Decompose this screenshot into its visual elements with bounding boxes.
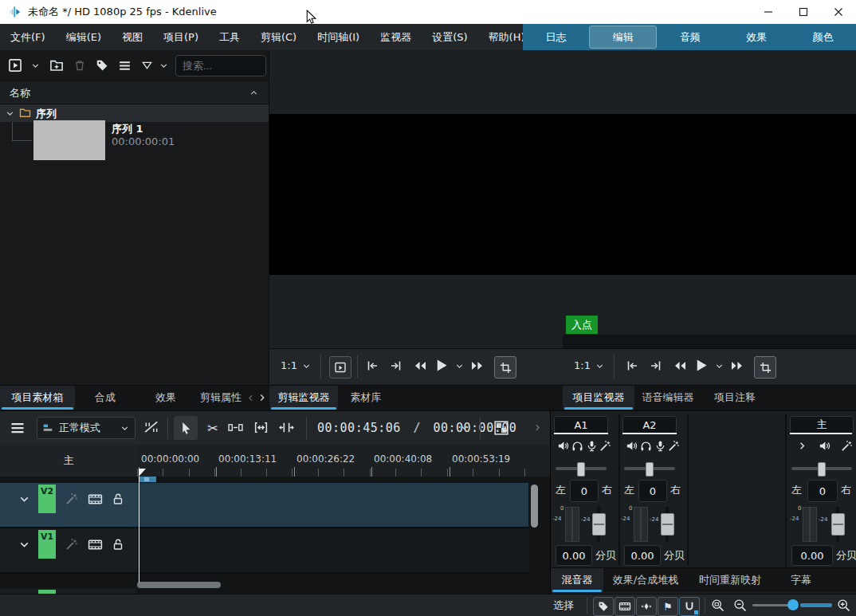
track-header-v2[interactable]: V2 xyxy=(0,483,137,528)
play-chevron-down-icon[interactable] xyxy=(714,361,724,371)
tab-subtitles[interactable]: 字幕 xyxy=(772,568,830,592)
mute-speaker-icon[interactable] xyxy=(626,440,638,452)
rewind-icon[interactable] xyxy=(673,359,687,372)
tab-effect-stack[interactable]: 效果/合成堆栈 xyxy=(603,568,688,592)
monitor-zoom-level[interactable]: 1:1 xyxy=(574,359,591,371)
search-input[interactable] xyxy=(175,55,266,77)
zoom-chevron-down-icon[interactable] xyxy=(301,361,312,371)
zone-mode-button[interactable] xyxy=(754,356,776,379)
timeline-ruler[interactable]: 00:00:00:00 00:00:13:11 00:00:26:22 00:0… xyxy=(137,445,550,477)
solo-headphones-icon[interactable] xyxy=(571,440,583,452)
play-chevron-down-icon[interactable] xyxy=(454,361,465,371)
playhead-line[interactable] xyxy=(139,477,139,583)
pan-slider[interactable] xyxy=(624,467,675,470)
timeline-horizontal-scrollbar[interactable] xyxy=(137,582,221,588)
add-clip-icon[interactable] xyxy=(8,58,22,73)
expand-chevron-down-icon[interactable] xyxy=(5,108,15,119)
play-icon[interactable] xyxy=(434,358,449,373)
track-video-film-icon[interactable] xyxy=(88,538,103,551)
goto-in-point-icon[interactable] xyxy=(625,359,639,372)
tab-scroll-left-icon[interactable] xyxy=(245,386,256,410)
menu-file[interactable]: 文件(F) xyxy=(0,24,56,50)
menu-monitor[interactable]: 监视器 xyxy=(370,24,422,50)
close-button[interactable] xyxy=(821,0,856,24)
workspace-color[interactable]: 颜色 xyxy=(790,24,856,50)
zoom-slider-track-left[interactable] xyxy=(752,604,789,606)
tab-compositions[interactable]: 合成 xyxy=(75,386,135,410)
razor-tool-button[interactable]: ✂ xyxy=(202,418,223,438)
project-monitor-seekbar[interactable] xyxy=(563,335,856,348)
audio-thumbnails-button[interactable] xyxy=(636,597,657,616)
collapse-chevron-up-icon[interactable] xyxy=(249,88,259,98)
track-effects-wand-icon[interactable] xyxy=(65,538,78,551)
show-markers-button[interactable]: ⚑ xyxy=(658,597,678,616)
effects-wand-icon[interactable] xyxy=(599,440,611,452)
thumbnails-mode-button[interactable] xyxy=(491,418,512,438)
mixer-channel-name-master[interactable]: 主 xyxy=(790,416,854,434)
zoom-slider-handle[interactable] xyxy=(787,599,799,610)
menu-settings[interactable]: 设置(S) xyxy=(422,24,477,50)
gain-value[interactable]: 0.00 xyxy=(624,545,661,566)
track-lane-v2[interactable] xyxy=(137,483,528,528)
snap-button[interactable] xyxy=(679,597,700,616)
zone-handle[interactable] xyxy=(144,477,149,481)
collapse-track-chevron-icon[interactable] xyxy=(18,492,31,506)
mixer-channel-name-a2[interactable]: A2 xyxy=(622,416,677,434)
timeline-menu-icon[interactable] xyxy=(10,420,26,436)
pan-slider-handle[interactable] xyxy=(577,462,585,477)
clip-name[interactable]: 序列 1 xyxy=(112,122,143,136)
edit-mode-dropdown[interactable]: 正常模式 xyxy=(37,417,135,439)
mix-clips-icon[interactable] xyxy=(143,420,159,434)
zoom-in-icon[interactable] xyxy=(837,598,850,612)
effects-wand-icon[interactable] xyxy=(841,440,853,452)
track-effects-wand-icon[interactable] xyxy=(65,492,78,505)
menu-tools[interactable]: 工具 xyxy=(209,24,250,50)
goto-in-point-icon[interactable] xyxy=(365,359,379,372)
mute-speaker-icon[interactable] xyxy=(819,440,830,452)
clip-monitor-video[interactable] xyxy=(269,114,563,275)
maximize-button[interactable] xyxy=(786,0,821,24)
toolbar-overflow-chevron-icon[interactable] xyxy=(532,422,543,433)
workspace-logging[interactable]: 日志 xyxy=(523,24,589,50)
timeline-timecode[interactable]: 00:00:45:06 / 00:00:00:00 xyxy=(317,421,516,435)
menu-project[interactable]: 项目(P) xyxy=(153,24,209,50)
pan-slider[interactable] xyxy=(556,467,607,470)
pan-slider[interactable] xyxy=(791,467,852,470)
track-lock-icon[interactable] xyxy=(112,538,124,551)
menu-timeline[interactable]: 时间轴(I) xyxy=(307,24,370,50)
timeline-zone-bar[interactable] xyxy=(139,477,156,482)
bin-name-header[interactable]: 名称 xyxy=(0,82,269,104)
minimize-button[interactable] xyxy=(751,0,786,24)
forward-icon[interactable] xyxy=(730,359,744,372)
track-video-film-icon[interactable] xyxy=(88,492,103,506)
volume-fader-handle[interactable] xyxy=(661,513,674,536)
external-monitor-button[interactable] xyxy=(329,356,351,379)
track-header-a1-partial[interactable] xyxy=(0,588,137,594)
bin-menu-icon[interactable] xyxy=(118,59,132,73)
tab-project-notes[interactable]: 项目注释 xyxy=(701,386,768,410)
balance-value[interactable]: 0 xyxy=(570,480,599,502)
timecode-chevron-down-icon[interactable] xyxy=(459,422,469,433)
tab-library[interactable]: 素材库 xyxy=(338,386,394,410)
balance-value[interactable]: 0 xyxy=(638,480,667,502)
zone-mode-button[interactable] xyxy=(494,356,516,379)
zoom-slider-track-right[interactable] xyxy=(800,603,832,607)
tab-speech-editor[interactable]: 语音编辑器 xyxy=(634,386,701,410)
tab-project-bin[interactable]: 项目素材箱 xyxy=(0,386,75,410)
track-label-v1[interactable]: V1 xyxy=(38,530,56,559)
video-thumbnails-button[interactable] xyxy=(615,597,635,616)
pan-slider-handle[interactable] xyxy=(646,462,654,477)
menu-edit[interactable]: 编辑(E) xyxy=(56,24,112,50)
zoom-fit-icon[interactable] xyxy=(711,598,724,612)
project-monitor-video[interactable] xyxy=(563,114,856,275)
pan-slider-handle[interactable] xyxy=(818,462,826,477)
mute-speaker-icon[interactable] xyxy=(557,440,569,452)
ripple-tool-icon[interactable] xyxy=(253,421,269,434)
record-mic-icon[interactable] xyxy=(586,440,598,452)
balance-value[interactable]: 0 xyxy=(807,480,838,502)
tab-time-remap[interactable]: 时间重新映射 xyxy=(688,568,772,592)
goto-out-point-icon[interactable] xyxy=(649,359,663,372)
select-tool-button[interactable] xyxy=(174,416,198,440)
tab-project-monitor[interactable]: 项目监视器 xyxy=(563,386,634,410)
timeline-master-button[interactable]: 主 xyxy=(0,445,138,477)
